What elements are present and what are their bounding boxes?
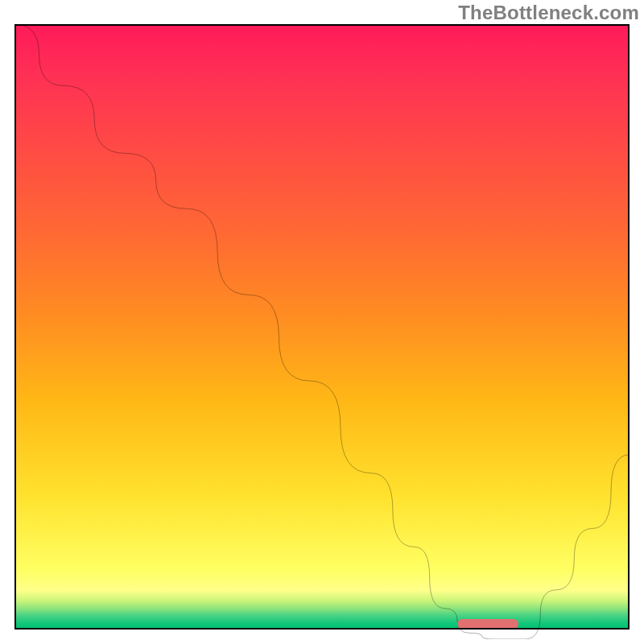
frame-line	[14, 24, 630, 26]
frame-line	[628, 24, 630, 630]
frame-line	[14, 628, 630, 630]
bottleneck-curve	[14, 24, 630, 639]
watermark-text: TheBottleneck.com	[458, 2, 639, 24]
plot-area	[14, 24, 630, 630]
chart-canvas: TheBottleneck.com	[0, 0, 644, 644]
frame-line	[14, 24, 16, 630]
